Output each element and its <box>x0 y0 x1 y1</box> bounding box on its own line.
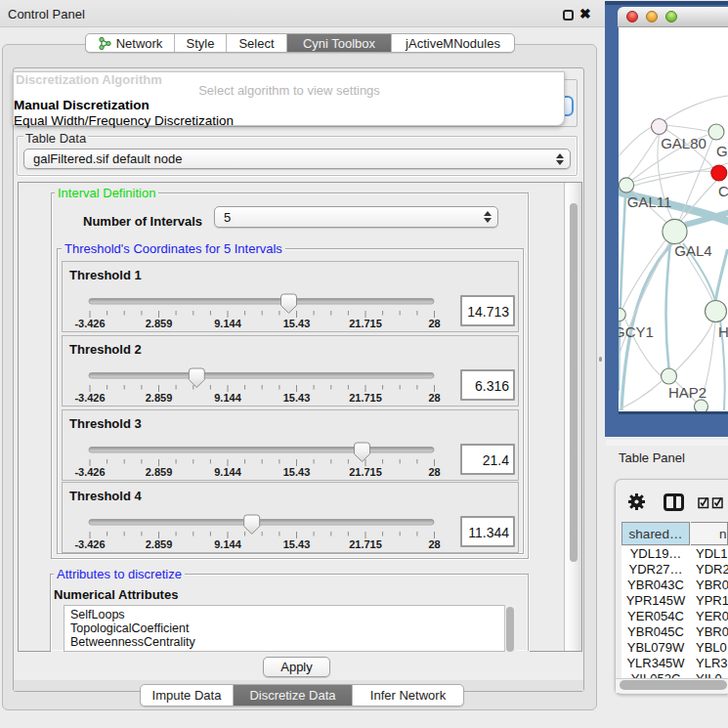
svg-text:-3.426: -3.426 <box>74 318 105 329</box>
svg-text:15.43: 15.43 <box>283 466 311 478</box>
svg-text:GAL80: GAL80 <box>661 135 707 151</box>
svg-text:GAL11: GAL11 <box>627 193 672 210</box>
svg-text:GAL4: GAL4 <box>674 242 711 259</box>
svg-text:28: 28 <box>428 538 440 550</box>
svg-text:21.715: 21.715 <box>349 392 382 404</box>
svg-text:2.859: 2.859 <box>146 392 173 404</box>
svg-text:-3.426: -3.426 <box>74 392 105 404</box>
svg-text:9.144: 9.144 <box>214 392 241 404</box>
svg-text:-3.426: -3.426 <box>74 538 105 550</box>
svg-text:28: 28 <box>428 318 440 329</box>
svg-text:9.144: 9.144 <box>214 466 241 478</box>
svg-text:15.43: 15.43 <box>283 538 311 550</box>
svg-text:21.715: 21.715 <box>349 538 382 550</box>
svg-text:2.859: 2.859 <box>146 466 173 478</box>
svg-text:9.144: 9.144 <box>214 318 241 329</box>
svg-text:15.43: 15.43 <box>283 318 311 329</box>
svg-text:21.715: 21.715 <box>349 318 382 329</box>
svg-text:-3.426: -3.426 <box>74 466 105 478</box>
svg-text:GA: GA <box>716 143 728 159</box>
svg-text:21.715: 21.715 <box>349 466 382 478</box>
svg-text:2.859: 2.859 <box>146 538 173 550</box>
svg-text:H: H <box>718 323 728 340</box>
svg-text:28: 28 <box>428 392 440 404</box>
svg-text:15.43: 15.43 <box>283 392 311 404</box>
svg-text:HAP2: HAP2 <box>668 384 707 401</box>
svg-text:9.144: 9.144 <box>214 538 241 550</box>
svg-text:C: C <box>718 183 728 199</box>
svg-text:28: 28 <box>428 466 440 478</box>
svg-text:2.859: 2.859 <box>146 318 173 329</box>
svg-text:GCY1: GCY1 <box>619 323 654 340</box>
